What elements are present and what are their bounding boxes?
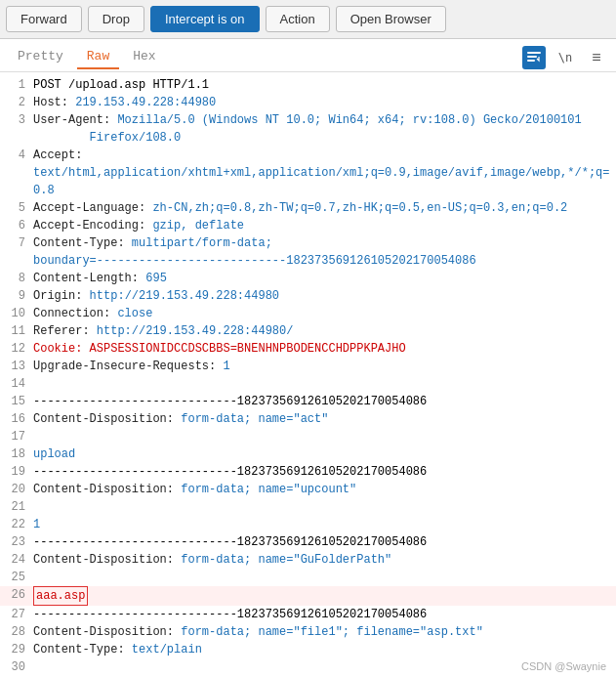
open-browser-button[interactable]: Open Browser: [336, 6, 446, 32]
table-row: 18upload: [0, 445, 616, 463]
header-value: gzip, deflate: [145, 219, 244, 233]
table-row: 15-----------------------------182373569…: [0, 393, 616, 410]
table-row: 23-----------------------------182373569…: [0, 533, 616, 551]
header-value: form-data; name="upcount": [174, 483, 356, 496]
table-row: 5Accept-Language: zh-CN,zh;q=0.8,zh-TW;q…: [0, 199, 616, 217]
header-value: zh-CN,zh;q=0.8,zh-TW;q=0.7,zh-HK;q=0.5,e…: [145, 201, 567, 215]
line-number: 13: [4, 358, 25, 375]
header-value: close: [110, 307, 152, 320]
line-content: [33, 428, 612, 445]
line-content: Referer: http://219.153.49.228:44980/: [33, 322, 612, 340]
line-number: 12: [4, 340, 25, 358]
header-key: Content-Disposition:: [33, 625, 174, 639]
line-number: 19: [4, 463, 25, 481]
code-content: 1POST /upload.asp HTTP/1.12Host: 219.153…: [0, 72, 616, 678]
line-number: 23: [4, 533, 25, 551]
tab-hex[interactable]: Hex: [123, 45, 165, 69]
header-key: Accept-Encoding:: [33, 219, 145, 233]
line-number: 6: [4, 217, 25, 234]
action-button[interactable]: Action: [266, 6, 330, 32]
forward-button[interactable]: Forward: [6, 6, 82, 32]
header-value: 695: [139, 272, 167, 285]
line-number: 2: [4, 94, 25, 111]
header-key: Content-Disposition:: [33, 483, 174, 496]
tab-raw[interactable]: Raw: [77, 45, 119, 69]
line-number: 21: [4, 498, 25, 516]
line-content: Cookie: ASPSESSIONIDCCDSCBBS=BNENHNPBODE…: [33, 340, 612, 358]
line-number: 25: [4, 569, 25, 586]
line-number: 27: [4, 606, 25, 623]
line-number: 5: [4, 199, 25, 217]
menu-symbol: ≡: [592, 49, 600, 66]
table-row: 2Host: 219.153.49.228:44980: [0, 94, 616, 111]
line-content: -----------------------------18237356912…: [33, 463, 612, 481]
line-content: Accept-Encoding: gzip, deflate: [33, 217, 612, 234]
menu-icon[interactable]: ≡: [585, 46, 608, 69]
line-content: Connection: close: [33, 305, 612, 322]
table-row: 11Referer: http://219.153.49.228:44980/: [0, 322, 616, 340]
svg-rect-2: [527, 60, 535, 62]
header-key: Origin:: [33, 289, 82, 303]
line-content: Upgrade-Insecure-Requests: 1: [33, 358, 612, 375]
header-key: Host:: [33, 96, 68, 109]
table-row: 27-----------------------------182373569…: [0, 606, 616, 623]
line-content: 1: [33, 516, 612, 533]
table-row: 221: [0, 516, 616, 533]
line-content: aaa.asp: [33, 586, 612, 606]
line-content: Content-Disposition: form-data; name="fi…: [33, 623, 612, 641]
table-row: 10Connection: close: [0, 305, 616, 322]
view-tabs: Pretty Raw Hex \n ≡: [0, 39, 616, 72]
line-content: User-Agent: Mozilla/5.0 (Windows NT 10.0…: [33, 111, 612, 147]
watermark: CSDN @Swaynie: [521, 660, 606, 672]
header-key: Accept-Language:: [33, 201, 145, 215]
table-row: 6Accept-Encoding: gzip, deflate: [0, 217, 616, 234]
newline-label: \n: [558, 51, 572, 64]
line-content: [33, 569, 612, 586]
line-number: 28: [4, 623, 25, 641]
table-row: 3User-Agent: Mozilla/5.0 (Windows NT 10.…: [0, 111, 616, 147]
header-value: text/html,application/xhtml+xml,applicat…: [33, 166, 610, 197]
line-number: 1: [4, 76, 25, 94]
table-row: 9Origin: http://219.153.49.228:44980: [0, 287, 616, 305]
wrap-icon[interactable]: [522, 46, 546, 69]
line-number: 4: [4, 147, 25, 199]
line-content: upload: [33, 445, 612, 463]
newline-icon[interactable]: \n: [554, 46, 577, 69]
header-value: Mozilla/5.0 (Windows NT 10.0; Win64; x64…: [33, 113, 582, 145]
header-key: Content-Type:: [33, 236, 125, 250]
table-row: 20Content-Disposition: form-data; name="…: [0, 481, 616, 498]
header-value: text/plain: [125, 643, 202, 657]
line-number: 24: [4, 551, 25, 569]
header-key: Referer:: [33, 324, 90, 338]
header-key: Upgrade-Insecure-Requests:: [33, 360, 216, 373]
header-value: http://219.153.49.228:44980: [82, 289, 279, 303]
line-content: Content-Length: 695: [33, 270, 612, 287]
line-number: 16: [4, 410, 25, 428]
line-number: 15: [4, 393, 25, 410]
header-key: User-Agent:: [33, 113, 110, 127]
table-row: 7Content-Type: multipart/form-data; boun…: [0, 234, 616, 270]
line-number: 9: [4, 287, 25, 305]
table-row: 25: [0, 569, 616, 586]
table-row: 26aaa.asp: [0, 586, 616, 606]
line-number: 29: [4, 641, 25, 658]
drop-button[interactable]: Drop: [88, 6, 144, 32]
tab-icons: \n ≡: [522, 46, 608, 69]
header-key: Connection:: [33, 307, 110, 320]
table-row: 21: [0, 498, 616, 516]
header-value: 219.153.49.228:44980: [68, 96, 216, 109]
line-number: 20: [4, 481, 25, 498]
line-number: 11: [4, 322, 25, 340]
svg-rect-0: [527, 52, 541, 54]
header-value: http://219.153.49.228:44980/: [90, 324, 294, 338]
header-key: Content-Length:: [33, 272, 139, 285]
header-key: Content-Disposition:: [33, 412, 174, 426]
table-row: 14: [0, 375, 616, 393]
table-row: 28Content-Disposition: form-data; name="…: [0, 623, 616, 641]
line-number: 8: [4, 270, 25, 287]
line-content: Origin: http://219.153.49.228:44980: [33, 287, 612, 305]
tab-pretty[interactable]: Pretty: [8, 45, 73, 69]
line-number: 17: [4, 428, 25, 445]
intercept-button[interactable]: Intercept is on: [150, 6, 260, 32]
table-row: 19-----------------------------182373569…: [0, 463, 616, 481]
